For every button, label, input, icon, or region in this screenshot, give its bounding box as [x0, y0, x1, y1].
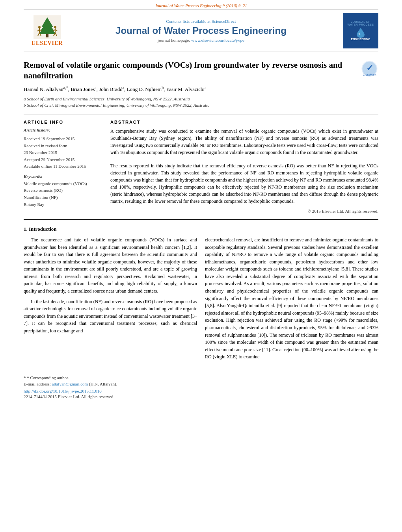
email-suffix: (H.N. Altalyan). — [89, 382, 117, 386]
body-para-2: In the last decade, nanofiltration (NF) … — [24, 298, 197, 335]
keyword-2: Reverse osmosis (RO) — [24, 187, 102, 194]
crossmark-area: ✓ CrossMark — [361, 60, 378, 79]
body-para-3: electrochemical removal, are insufficien… — [205, 236, 378, 361]
sciencedirect-link[interactable]: ScienceDirect — [212, 19, 236, 24]
abstract-text-1: A comprehensive study was conducted to e… — [110, 128, 378, 156]
crossmark-icon[interactable]: ✓ CrossMark — [361, 60, 378, 78]
journal-homepage: journal homepage: www.elsevier.com/locat… — [71, 38, 331, 43]
rights-line: 2214-7144/© 2015 Elsevier Ltd. All right… — [24, 394, 378, 399]
keyword-3: Nanofiltration (NF) — [24, 194, 102, 201]
article-title: Removal of volatile organic compounds (V… — [24, 60, 361, 82]
keyword-1: Volatile organic compounds (VOCs) — [24, 180, 102, 187]
homepage-url[interactable]: www.elsevier.com/locate/jwpe — [191, 38, 244, 43]
abstract-title: ABSTRACT — [110, 120, 378, 124]
keyword-4: Botany Bay — [24, 201, 102, 208]
badge-top-line: JOURNAL OF — [351, 20, 370, 23]
email-address[interactable]: altalyan@gmail.com — [52, 382, 88, 386]
keywords-list: Volatile organic compounds (VOCs) Revers… — [24, 180, 102, 208]
elsevier-tree-icon — [34, 15, 61, 39]
info-abstract-section: ARTICLE INFO Article history: Received 1… — [24, 115, 378, 213]
journal-badge: JOURNAL OF WATER PROCESS ENGINEERING — [343, 13, 378, 48]
authors-line: Hamad N. Altalyana,*, Brian Jonesa, John… — [24, 85, 378, 93]
received-revised-label: Received in revised form — [24, 143, 102, 150]
footnote-section: * * Corresponding author. E-mail address… — [24, 372, 378, 399]
available-date: Available online 11 December 2015 — [24, 163, 102, 170]
body-two-column: The occurrence and fate of volatile orga… — [24, 236, 378, 364]
body-column-left: The occurrence and fate of volatile orga… — [24, 236, 197, 364]
section-1-title: 1. Introduction — [24, 226, 378, 232]
abstract-text-2: The results reported in this study indic… — [110, 162, 378, 205]
water-drop-icon — [355, 26, 367, 38]
abstract-column: ABSTRACT A comprehensive study was condu… — [110, 120, 378, 213]
journal-citation-text: Journal of Water Process Engineering 9 (… — [155, 3, 247, 8]
corresponding-label: * Corresponding author. — [27, 375, 69, 380]
journal-title: Journal of Water Process Engineering — [71, 25, 331, 36]
doi-line[interactable]: http://dx.doi.org/10.1016/j.jwpe.2015.11… — [24, 389, 378, 393]
email-line: E-mail address: altalyan@gmail.com (H.N.… — [24, 382, 378, 386]
affiliation-a: a School of Earth and Environmental Scie… — [24, 96, 378, 102]
svg-text:CrossMark: CrossMark — [363, 73, 376, 76]
elsevier-brand-text: ELSEVIER — [32, 40, 63, 46]
article-title-section: Removal of volatile organic compounds (V… — [24, 52, 378, 85]
journal-badge-area: JOURNAL OF WATER PROCESS ENGINEERING — [331, 13, 378, 48]
body-column-right: electrochemical removal, are insufficien… — [205, 236, 378, 364]
article-history-title: Article history: — [24, 128, 102, 132]
contents-link: Contents lists available at ScienceDirec… — [71, 19, 331, 24]
article-info-column: ARTICLE INFO Article history: Received 1… — [24, 120, 102, 213]
revised-date: 23 November 2015 — [24, 149, 102, 156]
affiliation-b: b School of Civil, Mining and Environmen… — [24, 102, 378, 109]
elsevier-logo: ELSEVIER — [24, 15, 71, 46]
copyright-line: © 2015 Elsevier Ltd. All rights reserved… — [110, 209, 378, 213]
email-label: E-mail address: — [24, 382, 51, 386]
history-items: Received 19 September 2015 Received in r… — [24, 135, 102, 170]
svg-point-11 — [54, 26, 56, 28]
badge-mid-line: WATER PROCESS — [347, 23, 374, 26]
svg-text:✓: ✓ — [366, 63, 373, 73]
elsevier-logo-area: ELSEVIER — [24, 15, 71, 46]
received-date: Received 19 September 2015 — [24, 135, 102, 143]
article-info-title: ARTICLE INFO — [24, 120, 102, 124]
corresponding-author-note: * * Corresponding author. — [24, 375, 378, 380]
body-section: 1. Introduction The occurrence and fate … — [24, 219, 378, 364]
svg-point-5 — [38, 26, 41, 28]
accepted-date: Accepted 29 November 2015 — [24, 156, 102, 163]
badge-engineering-text: ENGINEERING — [351, 38, 370, 41]
footnote-star: * — [24, 375, 26, 380]
body-para-1: The occurrence and fate of volatile orga… — [24, 236, 197, 295]
affiliations: a School of Earth and Environmental Scie… — [24, 96, 378, 109]
journal-header: ELSEVIER Contents lists available at Sci… — [24, 9, 378, 52]
keywords-title: Keywords: — [24, 174, 102, 179]
journal-header-center: Contents lists available at ScienceDirec… — [71, 19, 331, 43]
journal-citation: Journal of Water Process Engineering 9 (… — [24, 0, 378, 9]
